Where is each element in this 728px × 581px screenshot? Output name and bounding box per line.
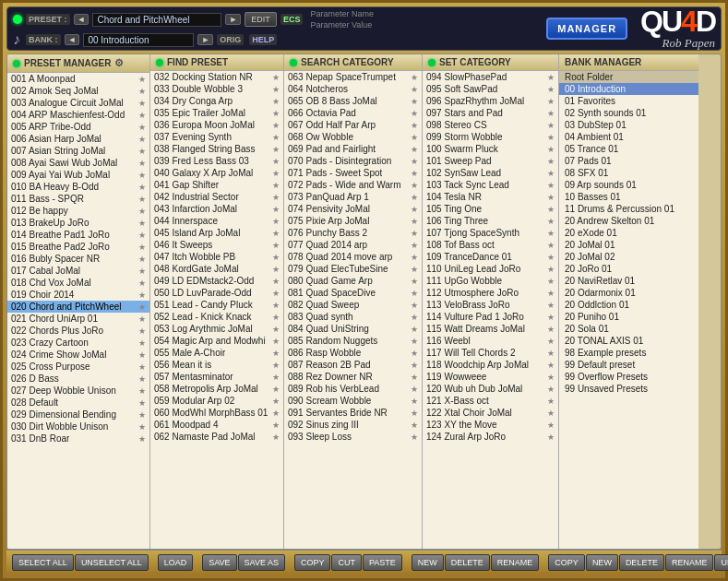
list-item[interactable]: 027 Deep Wobble Unison★ xyxy=(7,385,149,397)
list-item[interactable]: 103 Tack Sync Lead★ xyxy=(423,179,558,191)
preset-next-btn[interactable]: ► xyxy=(225,14,241,25)
list-item[interactable]: 045 Island Arp JoMal★ xyxy=(150,227,283,239)
list-item[interactable]: 068 Ow Wobble★ xyxy=(284,131,422,143)
list-item[interactable]: 016 Bubly Spacer NR★ xyxy=(7,253,149,265)
list-item[interactable]: 115 Watt Dreams JoMal★ xyxy=(423,323,558,335)
list-item[interactable]: 112 Utmosphere JoRo★ xyxy=(423,287,558,299)
save-as-button[interactable]: SAVE AS xyxy=(238,554,285,571)
bank-item[interactable]: 01 Favorites xyxy=(559,95,698,107)
list-item[interactable]: 001 A Moonpad★ xyxy=(7,73,149,85)
list-item[interactable]: 034 Dry Conga Arp★ xyxy=(150,95,283,107)
bank-copy-button[interactable]: COPY xyxy=(548,554,585,571)
list-item[interactable]: 022 Chords Plus JoRo★ xyxy=(7,325,149,337)
bank-item[interactable]: 98 Example presets xyxy=(559,347,698,359)
list-item[interactable]: 058 Metropolis Arp JoMal★ xyxy=(150,383,283,395)
list-item[interactable]: 066 Octavia Pad★ xyxy=(284,107,422,119)
list-item[interactable]: 003 Analogue Circuit JoMal★ xyxy=(7,97,149,109)
select-all-button[interactable]: SELECT ALL xyxy=(12,554,74,571)
preset-manager-list[interactable]: 001 A Moonpad★002 Amok Seq JoMal★003 Ana… xyxy=(7,73,149,549)
list-item[interactable]: 005 ARP Tribe-Odd★ xyxy=(7,121,149,133)
bank-manager-list[interactable]: Root Folder00 Introduction01 Favorites02… xyxy=(559,71,698,549)
list-item[interactable]: 097 Stars and Pad★ xyxy=(423,107,558,119)
list-item[interactable]: 114 Vulture Pad 1 JoRo★ xyxy=(423,311,558,323)
list-item[interactable]: 123 XY the Move★ xyxy=(423,419,558,431)
bank-item[interactable]: 20 Andrew Skelton 01 xyxy=(559,215,698,227)
list-item[interactable]: 002 Amok Seq JoMal★ xyxy=(7,85,149,97)
list-item[interactable]: 101 Sweep Pad★ xyxy=(423,155,558,167)
list-item[interactable]: 074 Pensivity JoMal★ xyxy=(284,203,422,215)
list-item[interactable]: 008 Ayai Sawi Wub JoMal★ xyxy=(7,157,149,169)
preset-prev-btn[interactable]: ◄ xyxy=(74,14,90,25)
list-item[interactable]: 030 Dirt Wobble Unison★ xyxy=(7,421,149,433)
list-item[interactable]: 063 Nepap SpaceTrumpet★ xyxy=(284,71,422,83)
list-item[interactable]: 059 Modular Arp 02★ xyxy=(150,395,283,407)
preset-value[interactable]: Chord and PitchWheel xyxy=(92,13,221,27)
list-item[interactable]: 010 BA Heavy B-Odd★ xyxy=(7,181,149,193)
list-item[interactable]: 029 Dimensional Bending★ xyxy=(7,409,149,421)
list-item[interactable]: 096 SpazRhythm JoMal★ xyxy=(423,95,558,107)
list-item[interactable]: 085 Random Nuggets★ xyxy=(284,335,422,347)
list-item[interactable]: 119 Wowweee★ xyxy=(423,371,558,383)
list-item[interactable]: 052 Lead - Knick Knack★ xyxy=(150,311,283,323)
load-button[interactable]: LOAD xyxy=(158,554,194,571)
list-item[interactable]: 065 OB 8 Bass JoMal★ xyxy=(284,95,422,107)
list-item[interactable]: 067 Odd Half Par Arp★ xyxy=(284,119,422,131)
copy-button[interactable]: COPY xyxy=(294,554,331,571)
list-item[interactable]: 098 Stereo CS★ xyxy=(423,119,558,131)
list-item[interactable]: 036 Europa Moon JoMal★ xyxy=(150,119,283,131)
list-item[interactable]: 100 Swarm Pluck★ xyxy=(423,143,558,155)
list-item[interactable]: 089 Rob his VerbLead★ xyxy=(284,383,422,395)
list-item[interactable]: 093 Sleep Loss★ xyxy=(284,431,422,443)
bank-item[interactable]: 20 eXode 01 xyxy=(559,227,698,239)
list-item[interactable]: 056 Mean it is★ xyxy=(150,359,283,371)
list-item[interactable]: 009 Ayai Yai Wub JoMal★ xyxy=(7,169,149,181)
edit-button[interactable]: EDIT xyxy=(245,12,277,27)
list-item[interactable]: 105 Ting One★ xyxy=(423,203,558,215)
list-item[interactable]: 070 Pads - Disintegration★ xyxy=(284,155,422,167)
list-item[interactable]: 025 Cross Purpose★ xyxy=(7,361,149,373)
list-item[interactable]: 053 Log Arythmic JoMal★ xyxy=(150,323,283,335)
bank-item[interactable]: 03 DubStep 01 xyxy=(559,119,698,131)
bank-new-button[interactable]: NEW xyxy=(586,554,618,571)
bank-item[interactable]: 99 Unsaved Presets xyxy=(559,383,698,395)
list-item[interactable]: 006 Asian Harp JoMal★ xyxy=(7,133,149,145)
list-item[interactable]: 069 Pad and Fairlight★ xyxy=(284,143,422,155)
list-item[interactable]: 015 Breathe Pad2 JoRo★ xyxy=(7,241,149,253)
list-item[interactable]: 079 Quad ElecTubeSine★ xyxy=(284,263,422,275)
list-item[interactable]: 120 Wub uh Dub JoMal★ xyxy=(423,383,558,395)
unselect-all-button[interactable]: UNSELECT ALL xyxy=(75,554,149,571)
list-item[interactable]: 081 Quad SpaceDive★ xyxy=(284,287,422,299)
list-item[interactable]: 039 Fred Less Bass 03★ xyxy=(150,155,283,167)
list-item[interactable]: 072 Pads - Wide and Warm★ xyxy=(284,179,422,191)
list-item[interactable]: 019 Choir 2014★ xyxy=(7,289,149,301)
list-item[interactable]: 090 Scream Wobble★ xyxy=(284,395,422,407)
preset-manager-gear-icon[interactable]: ⚙ xyxy=(114,57,124,69)
bank-item[interactable]: 20 Puniho 01 xyxy=(559,311,698,323)
save-button[interactable]: SAVE xyxy=(202,554,236,571)
bank-item[interactable]: Root Folder xyxy=(559,71,698,83)
list-item[interactable]: 113 VeloBrass JoRo★ xyxy=(423,299,558,311)
bank-item[interactable]: 20 JoMal 02 xyxy=(559,251,698,263)
list-item[interactable]: 042 Industrial Sector★ xyxy=(150,191,283,203)
list-item[interactable]: 026 D Bass★ xyxy=(7,373,149,385)
list-item[interactable]: 055 Male A-Choir★ xyxy=(150,347,283,359)
list-item[interactable]: 099 Storm Wobble★ xyxy=(423,131,558,143)
list-item[interactable]: 018 Chd Vox JoMal★ xyxy=(7,277,149,289)
list-item[interactable]: 109 TranceDance 01★ xyxy=(423,251,558,263)
list-item[interactable]: 035 Epic Trailer JoMal★ xyxy=(150,107,283,119)
manager-button[interactable]: MANAGER xyxy=(546,18,627,40)
list-item[interactable]: 073 PanQuad Arp 1★ xyxy=(284,191,422,203)
find-preset-list[interactable]: 032 Docking Station NR★033 Double Wobble… xyxy=(150,71,283,549)
list-item[interactable]: 004 ARP Maschienfest-Odd★ xyxy=(7,109,149,121)
list-item[interactable]: 083 Quad synth★ xyxy=(284,311,422,323)
rename-button[interactable]: RENAME xyxy=(491,554,540,571)
list-item[interactable]: 028 Default★ xyxy=(7,397,149,409)
set-category-list[interactable]: 094 SlowPhasePad★095 Soft SawPad★096 Spa… xyxy=(423,71,558,549)
list-item[interactable]: 095 Soft SawPad★ xyxy=(423,83,558,95)
list-item[interactable]: 046 It Sweeps★ xyxy=(150,239,283,251)
list-item[interactable]: 118 Woodchip Arp JoMal★ xyxy=(423,359,558,371)
list-item[interactable]: 049 LD EDMstack2-Odd★ xyxy=(150,275,283,287)
list-item[interactable]: 014 Breathe Pad1 JoRo★ xyxy=(7,229,149,241)
list-item[interactable]: 122 Xtal Choir JoMal★ xyxy=(423,407,558,419)
list-item[interactable]: 071 Pads - Sweet Spot★ xyxy=(284,167,422,179)
